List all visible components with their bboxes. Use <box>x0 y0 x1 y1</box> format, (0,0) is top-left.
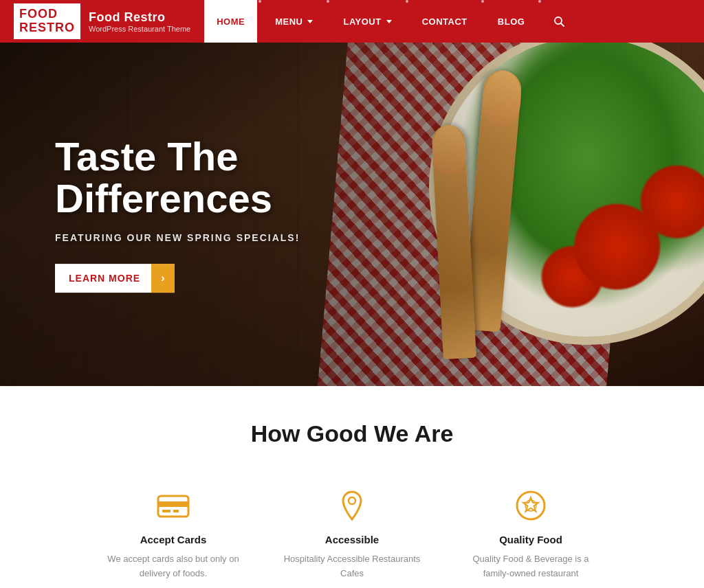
features-section: How Good We Are Accept Cards We accept c… <box>0 386 704 588</box>
search-button[interactable] <box>542 0 575 43</box>
logo-name: Food Restro <box>89 10 190 25</box>
hero-section: Taste The Differences FEATURING OUR NEW … <box>0 43 704 386</box>
svg-rect-4 <box>162 510 170 512</box>
chevron-down-icon <box>307 20 313 23</box>
quality-icon <box>510 488 551 523</box>
svg-line-1 <box>561 23 564 26</box>
header: FoodRestro Food Restro WordPress Restaur… <box>0 0 704 43</box>
section-title: How Good We Are <box>28 420 676 447</box>
feature-accept-cards: Accept Cards We accept cards also but on… <box>104 488 242 581</box>
nav-item-contact[interactable]: CONTACT <box>410 0 480 43</box>
main-nav: HOME MENU LAYOUT CONTACT BLOG <box>204 0 704 43</box>
nav-item-menu[interactable]: MENU <box>263 0 325 43</box>
nav-item-blog[interactable]: BLOG <box>485 0 538 43</box>
logo-sub: WordPress Restaurant Theme <box>89 25 190 33</box>
feature-accept-cards-title: Accept Cards <box>140 534 207 545</box>
feature-quality-food-title: Quality Food <box>499 534 562 545</box>
hero-content: Taste The Differences FEATURING OUR NEW … <box>55 136 385 293</box>
feature-accept-cards-desc: We accept cards also but only on deliver… <box>104 552 242 581</box>
svg-rect-5 <box>173 510 179 512</box>
chevron-down-icon-2 <box>386 20 392 23</box>
nav-separator-5 <box>538 0 541 3</box>
search-icon <box>553 16 564 27</box>
nav-separator-1 <box>258 0 261 3</box>
feature-quality-food-desc: Quality Food & Beverage is a family-owne… <box>462 552 600 581</box>
nav-separator-3 <box>406 0 408 3</box>
svg-point-6 <box>349 497 355 504</box>
learn-more-button[interactable]: Learn More › <box>55 264 175 293</box>
svg-rect-3 <box>158 501 188 507</box>
hero-subtitle: FEATURING OUR NEW SPRING SPECIALS! <box>55 232 385 243</box>
logo-text-area: Food Restro WordPress Restaurant Theme <box>89 10 190 33</box>
logo-area: FoodRestro Food Restro WordPress Restaur… <box>0 0 204 43</box>
nav-separator-4 <box>481 0 484 3</box>
hero-btn-arrow-icon: › <box>151 264 175 293</box>
learn-more-label: Learn More <box>69 273 151 284</box>
nav-separator-2 <box>327 0 329 3</box>
location-icon <box>331 488 373 523</box>
hero-title: Taste The Differences <box>55 136 385 220</box>
feature-accessible-title: Accessible <box>325 534 379 545</box>
card-icon <box>153 488 194 523</box>
nav-item-home[interactable]: HOME <box>204 0 257 43</box>
feature-accessible: Accessible Hospitality Accessible Restau… <box>283 488 421 581</box>
nav-item-layout[interactable]: LAYOUT <box>331 0 404 43</box>
features-grid: Accept Cards We accept cards also but on… <box>28 475 676 588</box>
feature-quality-food: Quality Food Quality Food & Beverage is … <box>462 488 600 581</box>
logo-box: FoodRestro <box>14 3 80 39</box>
feature-accessible-desc: Hospitality Accessible Restaurants Cafes <box>283 552 421 581</box>
